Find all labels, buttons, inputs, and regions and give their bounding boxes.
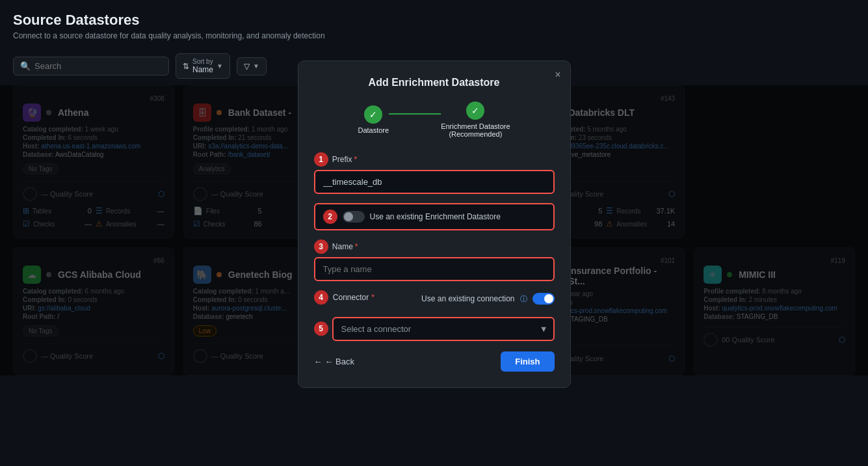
checks-label: Checks: [204, 221, 225, 228]
step-connector-line: [389, 113, 441, 115]
host-link[interactable]: athena.us-east-1.amazonaws.com: [41, 143, 140, 150]
existing-connection-toggle[interactable]: [533, 293, 555, 305]
card-header: ☁ GCS Alibaba Cloud: [23, 266, 164, 284]
quality-icon: ⬡: [668, 189, 675, 199]
toggle-field-group: 2 Use an existing Enrichment Datastore: [314, 203, 555, 230]
search-box[interactable]: 🔍: [13, 57, 169, 75]
modal-close-button[interactable]: ×: [555, 69, 560, 81]
anomalies-icon: ⚠: [96, 219, 103, 228]
sort-button[interactable]: ⇅ Sort by Name ▼: [176, 53, 230, 79]
quality-icon: ⬡: [158, 351, 164, 361]
card-id: #119: [704, 257, 845, 264]
quality-icon: ⬡: [158, 189, 164, 199]
quality-label: — Quality Score: [41, 190, 154, 198]
filter-icon: ▽: [244, 62, 250, 71]
card-meta-completed: Completed In: 0 seconds: [23, 296, 164, 303]
step-num-2: 2: [323, 210, 337, 224]
card-name: Insurance Portfolio - St...: [568, 266, 675, 286]
records-stat: ☰ Records —: [96, 206, 164, 215]
back-label: ← Back: [325, 357, 355, 366]
checks-row: ☑ Checks — ⚠ Anomalies —: [23, 219, 164, 228]
uri-link[interactable]: s3a://analytics-demo-data...: [208, 143, 288, 150]
card-icon: 🔮: [23, 103, 41, 122]
card-meta-db: Database: AwsDataCatalog: [23, 151, 164, 158]
records-stat: ☰ Records 37.1K: [606, 206, 675, 215]
tables-stat: ⊞ Tables 0: [23, 206, 92, 215]
use-existing-label: Use an existing connection: [421, 294, 514, 303]
quality-circle: [23, 187, 37, 201]
back-button[interactable]: ← ← Back: [314, 357, 355, 366]
quality-row: — Quality Score ⬡: [23, 343, 164, 363]
tables-value: 5: [598, 207, 602, 215]
page-title: Source Datastores: [13, 12, 855, 29]
name-field-group: 3 Name *: [314, 240, 555, 281]
toggle-row: 2 Use an existing Enrichment Datastore: [314, 203, 555, 230]
step-num-1: 1: [314, 152, 328, 167]
checks-icon: ☑: [23, 219, 30, 228]
chevron-down-icon: ▼: [217, 62, 223, 70]
card-tag[interactable]: Analytics: [193, 163, 231, 174]
uri-link[interactable]: gs://alibaba_cloud: [38, 305, 90, 312]
step-circle-2: ✓: [466, 102, 484, 120]
status-dot: [217, 110, 222, 115]
stats-row: ⊞ Tables 0 ☰ Records —: [23, 206, 164, 215]
filter-button[interactable]: ▽ ▼: [237, 57, 267, 75]
toggle-knob: [344, 212, 353, 221]
card-id: #308: [23, 95, 164, 102]
step-datastore: ✓ Datastore: [358, 105, 389, 134]
anomalies-label: Anomalies: [616, 221, 647, 228]
back-arrow-icon: ←: [314, 357, 322, 366]
toggle-on-knob: [544, 294, 553, 303]
anomalies-icon: ⚠: [606, 219, 613, 228]
info-icon: ⓘ: [520, 294, 527, 304]
root-link[interactable]: /bank_dataset/: [228, 151, 270, 158]
connector-row: 4 Connector * Use an existing connection…: [314, 290, 555, 308]
card-icon: 🐘: [193, 266, 211, 284]
toggle-label: Use an existing Enrichment Datastore: [370, 212, 501, 221]
card-tag[interactable]: No Tags: [23, 163, 59, 174]
modal-title: Add Enrichment Datastore: [314, 77, 555, 89]
files-stat: 📄 Files 5: [193, 206, 262, 215]
sort-icon: ⇅: [183, 62, 189, 71]
card-header: 🔮 Athena: [23, 103, 164, 122]
checks-value: 86: [254, 220, 261, 228]
step-label-1: Datastore: [358, 126, 389, 134]
existing-enrichment-toggle[interactable]: [343, 211, 365, 223]
host-link[interactable]: aurora-postgresql.cluste...: [211, 305, 287, 312]
checks-icon: ☑: [193, 219, 200, 228]
page-header: Source Datastores Connect to a source da…: [0, 0, 868, 48]
quality-icon: ⬡: [668, 354, 675, 363]
card-gcs: #66 ☁ GCS Alibaba Cloud Catalog complete…: [13, 247, 174, 376]
connector-select-wrap: Select a connector ▼: [332, 317, 555, 341]
card-name: GCS Alibaba Cloud: [58, 269, 141, 280]
prefix-input[interactable]: [314, 170, 555, 194]
step-label-2: Enrichment Datastore (Recommended): [441, 122, 510, 138]
anomalies-label: Anomalies: [106, 221, 137, 228]
modal-stepper: ✓ Datastore ✓ Enrichment Datastore (Reco…: [314, 102, 555, 138]
tables-icon: ⊞: [23, 206, 29, 215]
card-meta-host: Host: athena.us-east-1.amazonaws.com: [23, 143, 164, 150]
add-enrichment-modal[interactable]: × Add Enrichment Datastore ✓ Datastore ✓…: [298, 61, 571, 388]
modal-footer: ← ← Back Finish: [314, 351, 555, 372]
finish-button[interactable]: Finish: [501, 351, 554, 372]
connector-select[interactable]: Select a connector: [332, 317, 555, 341]
status-dot: [727, 272, 732, 277]
records-value: 37.1K: [656, 207, 675, 215]
host-link[interactable]: qualytics-prod.snowflakecomputing.com: [722, 305, 837, 312]
prefix-label: 1 Prefix *: [314, 152, 555, 167]
name-input[interactable]: [314, 257, 555, 281]
card-mimic: #119 ✳ MIMIC III Profile completed: 8 mo…: [694, 247, 855, 376]
checks-label: Checks: [33, 221, 55, 228]
checks-stat: ☑ Checks 86: [193, 219, 262, 228]
quality-circle: [704, 333, 718, 347]
card-meta-root: Root Path: /: [23, 313, 164, 320]
card-tag[interactable]: Low: [193, 325, 217, 336]
card-meta-catalog: Catalog completed: 1 week ago: [23, 126, 164, 133]
prefix-field-group: 1 Prefix *: [314, 152, 555, 194]
select-row: 5 Select a connector ▼: [314, 317, 555, 341]
connector-label: 4 Connector *: [314, 290, 375, 305]
search-input[interactable]: [34, 61, 162, 71]
status-dot: [217, 272, 222, 277]
card-id: #66: [23, 257, 164, 264]
card-tag[interactable]: No Tags: [23, 325, 59, 336]
